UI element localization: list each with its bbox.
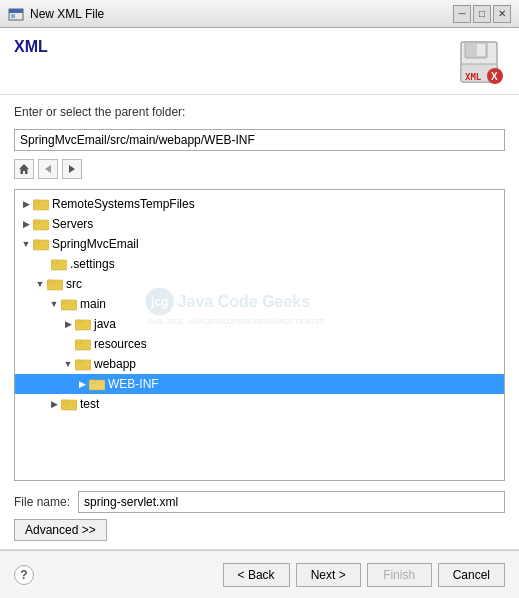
svg-rect-20	[51, 260, 58, 263]
svg-rect-28	[75, 340, 82, 343]
title-bar-controls: ─ □ ✕	[453, 5, 511, 23]
tree-item-main[interactable]: ▼ main	[15, 294, 504, 314]
next-button[interactable]: Next >	[296, 563, 361, 587]
tree-item-webinf[interactable]: ▶ WEB-INF	[15, 374, 504, 394]
tree-item-resources[interactable]: resources	[15, 334, 504, 354]
title-bar: New XML File ─ □ ✕	[0, 0, 519, 28]
toggle-webinf[interactable]: ▶	[75, 377, 89, 391]
svg-text:XML: XML	[465, 72, 482, 82]
label-main: main	[80, 297, 106, 311]
tree-item-springmvcemail[interactable]: ▼ SpringMvcEmail	[15, 234, 504, 254]
svg-rect-14	[33, 200, 40, 203]
label-webapp: webapp	[94, 357, 136, 371]
label-springmvcemail: SpringMvcEmail	[52, 237, 139, 251]
label-remotesystems: RemoteSystemsTempFiles	[52, 197, 195, 211]
folder-icon-src	[47, 277, 63, 291]
label-servers: Servers	[52, 217, 93, 231]
title-bar-text: New XML File	[30, 7, 447, 21]
finish-button[interactable]: Finish	[367, 563, 432, 587]
tree-item-settings[interactable]: .settings	[15, 254, 504, 274]
section-title: XML	[14, 38, 48, 56]
svg-text:X: X	[491, 71, 498, 82]
toggle-remotesystems[interactable]: ▶	[19, 197, 33, 211]
tree-view[interactable]: jcg Java Code Geeks JAVA, J2EE, JAVA DEV…	[14, 189, 505, 481]
tree-item-test[interactable]: ▶ test	[15, 394, 504, 414]
filename-input[interactable]	[78, 491, 505, 513]
advanced-row: Advanced >>	[0, 519, 519, 541]
folder-path-input[interactable]	[14, 129, 505, 151]
svg-rect-24	[61, 300, 68, 303]
label-test: test	[80, 397, 99, 411]
tree-item-servers[interactable]: ▶ Servers	[15, 214, 504, 234]
folder-icon-webinf	[89, 377, 105, 391]
folder-icon-main	[61, 297, 77, 311]
svg-rect-5	[477, 44, 485, 56]
folder-icon-remotesystems	[33, 197, 49, 211]
svg-marker-10	[19, 164, 29, 174]
label-resources: resources	[94, 337, 147, 351]
svg-rect-32	[89, 380, 96, 383]
cancel-button[interactable]: Cancel	[438, 563, 505, 587]
label-java: java	[94, 317, 116, 331]
window-icon	[8, 6, 24, 22]
toggle-springmvcemail[interactable]: ▼	[19, 237, 33, 251]
filename-label: File name:	[14, 495, 70, 509]
label-settings: .settings	[70, 257, 115, 271]
toggle-webapp[interactable]: ▼	[61, 357, 75, 371]
folder-icon-resources	[75, 337, 91, 351]
dialog-body: XML XML X Enter or select the parent fol…	[0, 28, 519, 550]
svg-rect-1	[9, 9, 23, 13]
dialog-footer: ? < Back Next > Finish Cancel	[0, 550, 519, 598]
advanced-button[interactable]: Advanced >>	[14, 519, 107, 541]
minimize-button[interactable]: ─	[453, 5, 471, 23]
svg-rect-26	[75, 320, 82, 323]
tree-item-webapp[interactable]: ▼ webapp	[15, 354, 504, 374]
svg-rect-22	[47, 280, 54, 283]
close-button[interactable]: ✕	[493, 5, 511, 23]
folder-icon-settings	[51, 257, 67, 271]
svg-rect-30	[75, 360, 82, 363]
tree-item-java[interactable]: ▶ java	[15, 314, 504, 334]
svg-rect-34	[61, 400, 68, 403]
forward-tree-button[interactable]	[62, 159, 82, 179]
toggle-test[interactable]: ▶	[47, 397, 61, 411]
tree-item-remotesystems[interactable]: ▶ RemoteSystemsTempFiles	[15, 194, 504, 214]
home-button[interactable]	[14, 159, 34, 179]
svg-rect-18	[33, 240, 40, 243]
tree-item-src[interactable]: ▼ src	[15, 274, 504, 294]
maximize-button[interactable]: □	[473, 5, 491, 23]
folder-icon-webapp	[75, 357, 91, 371]
toggle-src[interactable]: ▼	[33, 277, 47, 291]
tree-toolbar	[14, 159, 505, 179]
folder-label: Enter or select the parent folder:	[14, 105, 505, 119]
folder-icon-java	[75, 317, 91, 331]
xml-icon: XML X	[457, 38, 505, 86]
back-tree-button[interactable]	[38, 159, 58, 179]
toggle-java[interactable]: ▶	[61, 317, 75, 331]
svg-marker-12	[69, 165, 75, 173]
help-button[interactable]: ?	[14, 565, 34, 585]
folder-icon-test	[61, 397, 77, 411]
svg-rect-16	[33, 220, 40, 223]
svg-rect-2	[11, 14, 15, 18]
svg-marker-11	[45, 165, 51, 173]
label-src: src	[66, 277, 82, 291]
toggle-servers[interactable]: ▶	[19, 217, 33, 231]
toggle-main[interactable]: ▼	[47, 297, 61, 311]
back-button[interactable]: < Back	[223, 563, 290, 587]
dialog-header: XML XML X	[0, 28, 519, 95]
label-webinf: WEB-INF	[108, 377, 159, 391]
filename-row: File name:	[0, 491, 519, 513]
folder-icon-springmvcemail	[33, 237, 49, 251]
dialog-content: Enter or select the parent folder:	[0, 95, 519, 491]
folder-icon-servers	[33, 217, 49, 231]
